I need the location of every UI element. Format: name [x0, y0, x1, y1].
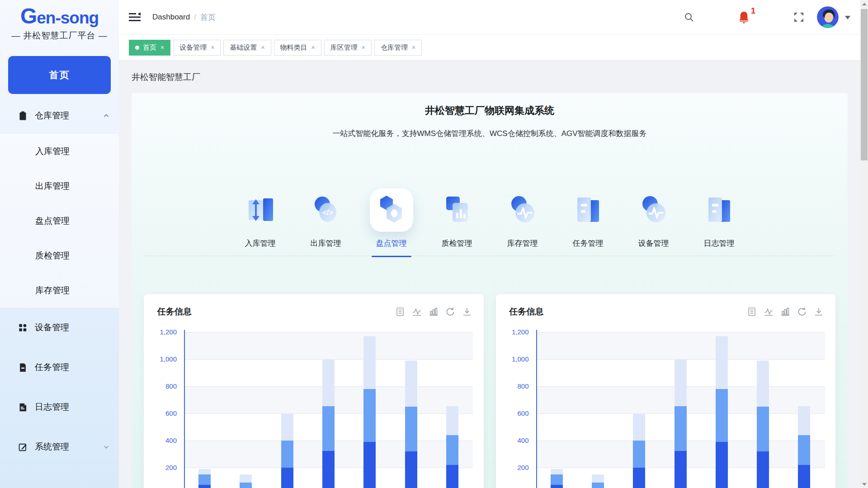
- line-chart-icon[interactable]: [764, 307, 774, 317]
- charts-row: 任务信息 2004006008001,0001,200: [144, 294, 835, 488]
- tab-warehouse[interactable]: 仓库管理 ×: [374, 40, 422, 56]
- tab-label: 库区管理: [330, 43, 358, 52]
- sidebar-item-system[interactable]: 系统管理: [0, 427, 119, 467]
- scrollbar-thumb[interactable]: [861, 9, 868, 160]
- module-stocktake[interactable]: 盘点管理: [359, 188, 424, 249]
- inventory-pulse-icon: [501, 188, 544, 232]
- breadcrumb-dashboard[interactable]: Dashboard: [152, 13, 190, 22]
- module-inventory[interactable]: 库存管理: [490, 188, 555, 249]
- card-header: 任务信息: [496, 294, 836, 318]
- module-label: 设备管理: [638, 238, 669, 249]
- refresh-icon[interactable]: [797, 307, 807, 317]
- collapse-sidebar-icon[interactable]: [129, 11, 141, 23]
- sidebar-item-warehouse[interactable]: 仓库管理: [0, 106, 119, 126]
- data-view-icon[interactable]: [395, 307, 405, 317]
- tab-label: 仓库管理: [381, 43, 408, 52]
- bar-chart-icon[interactable]: [429, 307, 439, 317]
- sidebar-item-outbound[interactable]: 出库管理: [0, 169, 119, 203]
- system-icon: [18, 442, 28, 452]
- fullscreen-icon[interactable]: [793, 12, 804, 23]
- module-equipment[interactable]: 设备管理: [621, 188, 686, 249]
- module-label: 日志管理: [704, 238, 735, 249]
- sidebar-submenu-warehouse: 入库管理 出库管理 盘点管理 质检管理 库存管理: [0, 134, 119, 308]
- module-label: 入库管理: [245, 238, 276, 249]
- bell-icon[interactable]: 1: [738, 11, 750, 24]
- sidebar-item-device[interactable]: 设备管理: [0, 308, 119, 347]
- download-icon[interactable]: [814, 307, 824, 317]
- log-icon: [18, 403, 28, 412]
- tab-close-icon[interactable]: ×: [261, 44, 264, 51]
- tab-home[interactable]: 首页 ×: [129, 40, 170, 56]
- tabbar: 首页 × 设备管理 × 基础设置 × 物料类目 × 库区管理 × 仓库管理 ×: [119, 35, 860, 61]
- line-chart-icon[interactable]: [412, 307, 422, 317]
- stocktake-icon: [370, 188, 413, 232]
- data-view-icon[interactable]: [747, 307, 757, 317]
- sidebar-item-stocktake[interactable]: 盘点管理: [0, 203, 119, 238]
- scrollbar-up-arrow[interactable]: [860, 0, 868, 8]
- task-info-card-left: 任务信息 2004006008001,0001,200: [144, 294, 484, 488]
- tab-label: 首页: [143, 43, 156, 52]
- warehouse-icon: [18, 111, 28, 121]
- tab-close-icon[interactable]: ×: [311, 44, 315, 51]
- brand-subtitle: — 井松智慧工厂平台 —: [0, 30, 119, 42]
- tab-material-category[interactable]: 物料类目 ×: [274, 40, 321, 56]
- module-label: 质检管理: [442, 238, 472, 249]
- bar-chart-icon[interactable]: [780, 307, 790, 317]
- active-module-underline: [372, 256, 411, 257]
- sidebar-item-inbound[interactable]: 入库管理: [0, 134, 119, 169]
- module-label: 任务管理: [573, 238, 604, 249]
- task-info-card-right: 任务信息 2004006008001,0001,200: [496, 294, 836, 488]
- svg-text:</>: </>: [322, 209, 333, 216]
- module-tasks[interactable]: 任务管理: [555, 188, 621, 249]
- sidebar-item-task[interactable]: 任务管理: [0, 347, 119, 387]
- logs-doc-icon: [698, 188, 741, 232]
- device-icon: [18, 323, 28, 333]
- tab-close-icon[interactable]: ×: [160, 44, 164, 51]
- card-title: 任务信息: [509, 306, 544, 318]
- avatar[interactable]: [817, 6, 839, 28]
- search-icon[interactable]: [684, 12, 694, 23]
- tab-storage-area[interactable]: 库区管理 ×: [324, 40, 372, 56]
- outbound-icon: </>: [304, 188, 348, 232]
- module-label: 出库管理: [311, 238, 341, 249]
- tab-device[interactable]: 设备管理 ×: [173, 40, 221, 56]
- module-logs[interactable]: 日志管理: [686, 188, 752, 249]
- tab-close-icon[interactable]: ×: [211, 44, 214, 51]
- inbound-icon: [239, 188, 282, 232]
- stacked-bar-chart: 2004006008001,0001,200: [144, 328, 484, 488]
- tab-label: 基础设置: [230, 43, 257, 52]
- topbar: Dashboard / 首页 1: [119, 0, 860, 35]
- page-scrollbar[interactable]: [860, 0, 868, 488]
- module-outbound[interactable]: </> 出库管理: [293, 188, 359, 249]
- hero-panel: 井松智慧工厂物联网集成系统 一站式智能化服务，支持WMS仓储管理系统、WCS仓储…: [132, 93, 848, 488]
- quality-icon: [435, 188, 479, 232]
- tasks-doc-icon: [566, 188, 610, 232]
- module-label: 库存管理: [507, 238, 538, 249]
- sidebar-item-inventory[interactable]: 库存管理: [0, 273, 119, 308]
- module-inbound[interactable]: 入库管理: [227, 188, 293, 249]
- sidebar-item-label: 日志管理: [35, 401, 69, 413]
- task-icon: [18, 363, 28, 372]
- sidebar: Gen-song — 井松智慧工厂平台 — 首页 仓库管理 入库管理 出库管理 …: [0, 0, 119, 488]
- user-menu[interactable]: [817, 6, 850, 28]
- notification-badge: 1: [751, 6, 755, 16]
- breadcrumb-separator: /: [194, 13, 196, 22]
- sidebar-item-home[interactable]: 首页: [8, 56, 111, 94]
- module-shortcuts: 入库管理 </> 出库管理 盘点管理: [144, 188, 835, 256]
- tab-basic-settings[interactable]: 基础设置 ×: [223, 40, 271, 56]
- refresh-icon[interactable]: [445, 307, 455, 317]
- module-quality[interactable]: 质检管理: [424, 188, 490, 249]
- caret-down-icon: [845, 13, 850, 21]
- sidebar-item-quality[interactable]: 质检管理: [0, 238, 119, 273]
- tab-close-icon[interactable]: ×: [362, 44, 365, 51]
- sidebar-item-log[interactable]: 日志管理: [0, 387, 119, 427]
- breadcrumb: Dashboard / 首页: [152, 12, 216, 23]
- scrollbar-down-arrow[interactable]: [860, 480, 868, 488]
- download-icon[interactable]: [462, 307, 472, 317]
- chevron-down-icon: [103, 443, 110, 450]
- hero-subheading: 一站式智能化服务，支持WMS仓储管理系统、WCS仓储控制系统、AGV智能调度和数…: [144, 128, 835, 139]
- sidebar-item-label: 系统管理: [35, 441, 69, 453]
- breadcrumb-current: 首页: [200, 12, 216, 23]
- tab-close-icon[interactable]: ×: [412, 44, 415, 51]
- chart-toolbar: [395, 307, 472, 317]
